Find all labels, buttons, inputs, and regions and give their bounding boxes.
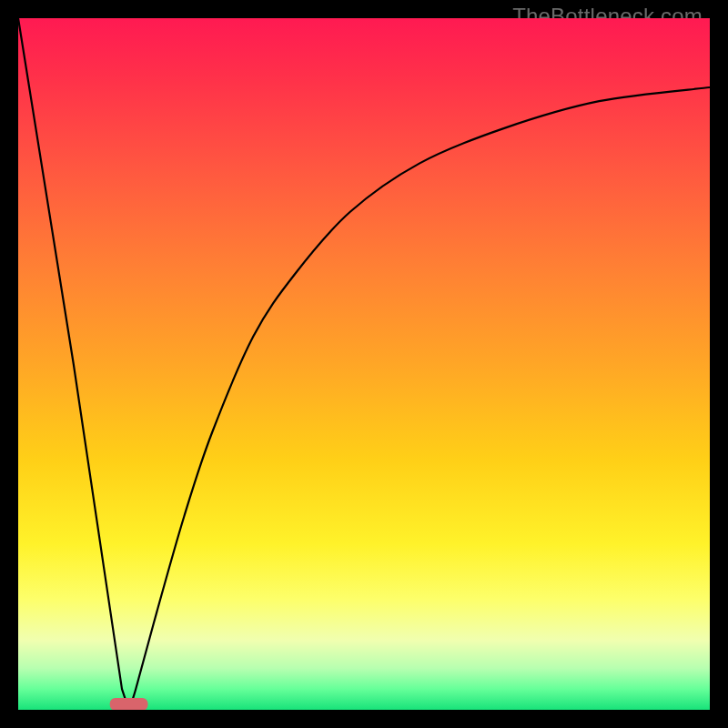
bottleneck-curve: [18, 18, 710, 710]
chart-frame: TheBottleneck.com: [0, 0, 728, 728]
chart-overlay: [18, 18, 710, 710]
plot-area: [18, 18, 710, 710]
minimum-marker: [110, 698, 148, 710]
